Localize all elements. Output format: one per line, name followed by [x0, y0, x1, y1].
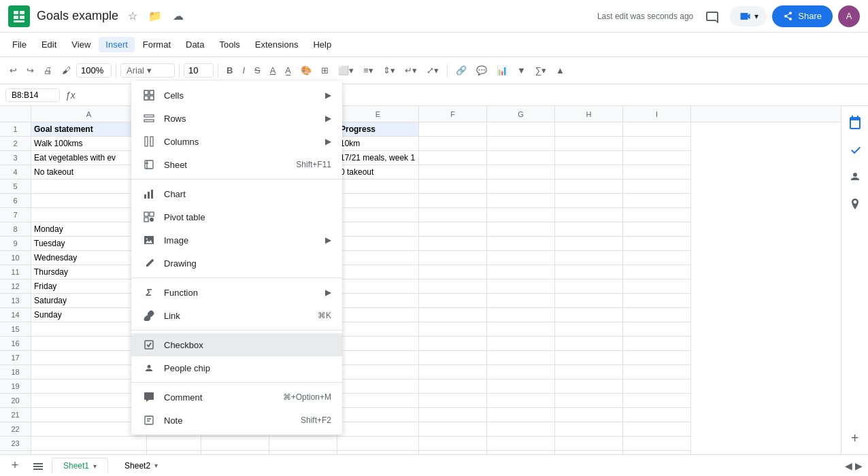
insert-menu-note[interactable]: Note Shift+F2	[131, 409, 342, 432]
sheet-tab-sheet2[interactable]: Sheet2 ▾	[114, 458, 169, 473]
col-header-a[interactable]: A	[31, 106, 147, 122]
cell-a4[interactable]: No takeout	[31, 165, 147, 180]
row-num-9[interactable]: 9	[0, 237, 31, 251]
row-num-8[interactable]: 8	[0, 222, 31, 237]
cell-a10[interactable]: Wednesday	[31, 251, 147, 265]
cell-a7[interactable]	[31, 208, 147, 222]
menu-extensions[interactable]: Extensions	[248, 37, 305, 52]
cell-f9[interactable]	[419, 237, 487, 251]
cell-g5[interactable]	[487, 180, 555, 194]
cell-f10[interactable]	[419, 251, 487, 265]
cell-reference-input[interactable]	[5, 88, 60, 102]
cell-a8[interactable]: Monday	[31, 222, 147, 237]
cell-e4[interactable]: 0 takeout	[337, 165, 419, 180]
chart-button[interactable]: 📊	[493, 63, 512, 78]
text-wrap-button[interactable]: ↵▾	[401, 63, 421, 78]
share-button[interactable]: Share	[772, 5, 833, 27]
cell-g3[interactable]	[487, 151, 555, 165]
sheet-tab-sheet1[interactable]: Sheet1 ▾	[52, 458, 108, 473]
paint-format-button[interactable]: 🖌	[58, 63, 75, 78]
cell-i4[interactable]	[623, 165, 691, 180]
cell-f5[interactable]	[419, 180, 487, 194]
cell-h12[interactable]	[555, 279, 623, 294]
row-num-16[interactable]: 16	[0, 337, 31, 351]
row-num-20[interactable]: 20	[0, 394, 31, 408]
cell-h6[interactable]	[555, 194, 623, 208]
cell-i13[interactable]	[623, 294, 691, 308]
cell-e6[interactable]	[337, 194, 419, 208]
cell-f12[interactable]	[419, 279, 487, 294]
add-sheet-button[interactable]: +	[5, 456, 24, 475]
cell-g10[interactable]	[487, 251, 555, 265]
cell-a2[interactable]: Walk 100kms	[31, 137, 147, 151]
cell-h3[interactable]	[555, 151, 623, 165]
sidebar-contacts-icon[interactable]	[844, 166, 866, 188]
cell-h1[interactable]	[555, 122, 623, 137]
cell-f11[interactable]	[419, 265, 487, 279]
cell-g8[interactable]	[487, 222, 555, 237]
menu-data[interactable]: Data	[179, 37, 211, 52]
zoom-input[interactable]	[76, 63, 112, 78]
insert-menu-pivot[interactable]: Pivot table	[131, 205, 342, 228]
insert-menu-people-chip[interactable]: People chip	[131, 356, 342, 379]
merge-cells-button[interactable]: ⬜▾	[334, 63, 358, 78]
italic-button[interactable]: I	[238, 63, 249, 78]
cell-g14[interactable]	[487, 308, 555, 322]
scroll-right-button[interactable]: ▶	[855, 460, 863, 471]
row-num-19[interactable]: 19	[0, 379, 31, 394]
scroll-left-button[interactable]: ◀	[845, 460, 852, 471]
cell-f2[interactable]	[419, 137, 487, 151]
cell-a9[interactable]: Tuesday	[31, 237, 147, 251]
menu-format[interactable]: Format	[136, 37, 178, 52]
insert-menu-rows[interactable]: Rows ▶	[131, 107, 342, 130]
cell-f8[interactable]	[419, 222, 487, 237]
insert-menu-columns[interactable]: Columns ▶	[131, 130, 342, 153]
cell-i12[interactable]	[623, 279, 691, 294]
cell-f6[interactable]	[419, 194, 487, 208]
text-rotation-button[interactable]: ⤢▾	[422, 63, 443, 78]
cell-h4[interactable]	[555, 165, 623, 180]
cell-h8[interactable]	[555, 222, 623, 237]
function-button[interactable]: ∑▾	[531, 63, 550, 78]
cell-e2[interactable]: 10km	[337, 137, 419, 151]
insert-menu-comment[interactable]: Comment ⌘+Option+M	[131, 386, 342, 409]
insert-menu-image[interactable]: Image ▶	[131, 228, 342, 252]
row-num-18[interactable]: 18	[0, 365, 31, 379]
redo-button[interactable]: ↪	[22, 63, 38, 78]
cell-h9[interactable]	[555, 237, 623, 251]
cell-a11[interactable]: Thursday	[31, 265, 147, 279]
cell-i5[interactable]	[623, 180, 691, 194]
sheets-list-button[interactable]	[30, 458, 46, 474]
insert-menu-checkbox[interactable]: Checkbox	[131, 333, 342, 356]
cell-i7[interactable]	[623, 208, 691, 222]
cell-h14[interactable]	[555, 308, 623, 322]
cell-h13[interactable]	[555, 294, 623, 308]
cell-f1[interactable]	[419, 122, 487, 137]
cell-e12[interactable]	[337, 279, 419, 294]
cell-a5[interactable]	[31, 180, 147, 194]
cell-e5[interactable]	[337, 180, 419, 194]
undo-button[interactable]: ↩	[5, 63, 21, 78]
cell-h7[interactable]	[555, 208, 623, 222]
cell-e10[interactable]	[337, 251, 419, 265]
cell-f13[interactable]	[419, 294, 487, 308]
insert-menu-function[interactable]: Σ Function ▶	[131, 281, 342, 304]
cell-e9[interactable]	[337, 237, 419, 251]
cell-e7[interactable]	[337, 208, 419, 222]
cloud-icon[interactable]: ☁	[170, 7, 186, 25]
font-selector[interactable]: Arial ▾	[120, 63, 175, 78]
row-num-11[interactable]: 11	[0, 265, 31, 279]
bold-button[interactable]: B	[222, 63, 237, 78]
row-num-6[interactable]: 6	[0, 194, 31, 208]
cell-a12[interactable]: Friday	[31, 279, 147, 294]
cell-a13[interactable]: Saturday	[31, 294, 147, 308]
cell-g1[interactable]	[487, 122, 555, 137]
cell-i8[interactable]	[623, 222, 691, 237]
col-header-e[interactable]: E	[337, 106, 419, 122]
insert-menu-chart[interactable]: Chart	[131, 182, 342, 205]
strikethrough-button[interactable]: S	[250, 63, 265, 78]
print-button[interactable]: 🖨	[39, 63, 56, 78]
row-num-3[interactable]: 3	[0, 151, 31, 165]
cell-i1[interactable]	[623, 122, 691, 137]
cell-i9[interactable]	[623, 237, 691, 251]
